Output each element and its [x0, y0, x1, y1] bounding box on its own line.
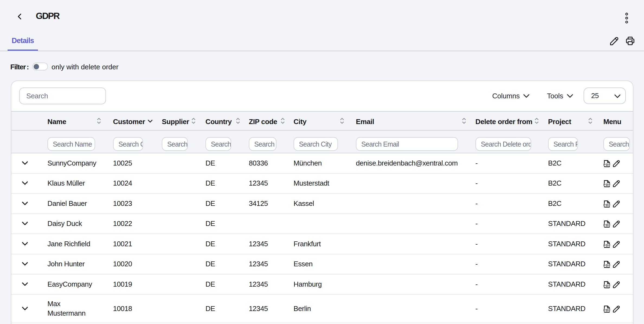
- svg-text:PDF: PDF: [603, 244, 610, 247]
- svg-text:PDF: PDF: [603, 264, 610, 267]
- svg-text:PDF: PDF: [603, 203, 610, 207]
- svg-text:PDF: PDF: [603, 309, 610, 312]
- svg-text:PDF: PDF: [603, 163, 610, 166]
- svg-text:PDF: PDF: [603, 183, 610, 186]
- svg-text:PDF: PDF: [603, 223, 610, 227]
- svg-text:PDF: PDF: [603, 284, 610, 287]
